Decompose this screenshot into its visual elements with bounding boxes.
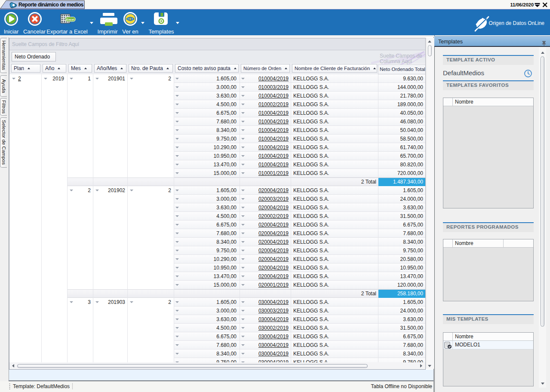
svg-text:Excel: Excel [66, 18, 75, 21]
